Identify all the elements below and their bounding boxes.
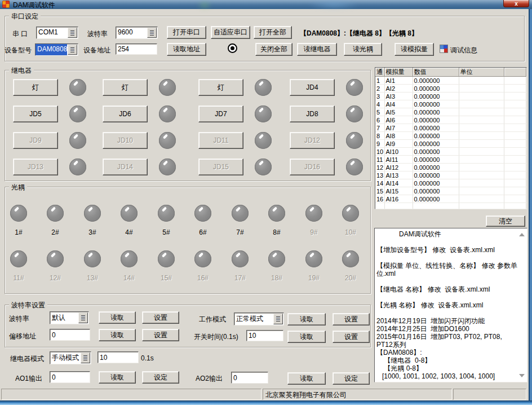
switch-time-read-button[interactable]: 读取 — [287, 331, 326, 343]
adaptive-serial-button[interactable]: 自适应串口 — [211, 26, 250, 39]
relay-button[interactable]: JD7 — [198, 105, 243, 122]
cell-extra — [504, 116, 526, 124]
cell-channel: 13 — [375, 171, 384, 179]
clear-button[interactable]: 清空 — [486, 215, 525, 227]
address-input[interactable] — [116, 43, 157, 55]
open-all-button[interactable]: 打开全部 — [254, 26, 292, 39]
cell-extra — [504, 203, 526, 210]
baud-select[interactable]: 9600 — [116, 27, 158, 39]
col-analog[interactable]: 模拟量 — [384, 68, 413, 77]
cell-unit — [459, 124, 504, 132]
baud2-select[interactable]: 默认 — [50, 311, 89, 324]
read-relay-button[interactable]: 读继电器 — [297, 43, 337, 56]
scroll-down-icon[interactable] — [519, 374, 525, 377]
close-icon[interactable]: x — [503, 0, 529, 7]
scroll-up-icon[interactable] — [519, 233, 525, 236]
offset-set-button[interactable]: 设置 — [142, 329, 179, 341]
opto-led-indicator — [232, 250, 249, 267]
model-label: 设备型号 — [5, 46, 32, 55]
cell-value: 0.000000 — [413, 195, 459, 203]
status-panel-right — [453, 389, 526, 400]
work-mode-select[interactable]: 正常模式 — [234, 312, 284, 325]
table-row: 7 AI7 0.000000 — [375, 124, 526, 132]
cell-extra — [504, 124, 526, 132]
opto-led-indicator — [121, 250, 138, 267]
open-serial-button[interactable]: 打开串口 — [167, 26, 206, 39]
col-channel[interactable]: 通 — [375, 68, 384, 77]
read-address-button[interactable]: 读取地址 — [167, 43, 206, 56]
work-mode-set-button[interactable]: 设置 — [333, 313, 370, 325]
relay-led-indicator — [159, 159, 176, 175]
relay-button[interactable]: 灯 — [13, 79, 58, 96]
ao1-input[interactable] — [50, 371, 90, 383]
ao2-input[interactable] — [231, 372, 268, 384]
dropdown-icon[interactable] — [273, 314, 283, 324]
opto-label: 18# — [271, 274, 282, 282]
relay-button[interactable]: 灯 — [198, 79, 243, 96]
relay-item: JD9 — [13, 131, 87, 149]
info-textarea[interactable]: DAM调试软件 【增加设备型号】 修改 设备表.xml.xml 【模拟量 单位、… — [374, 228, 527, 382]
cell-value: 0.000000 — [413, 148, 459, 156]
port-select[interactable]: COM1 — [36, 27, 78, 39]
col-extra — [504, 68, 526, 77]
read-opto-button[interactable]: 读光耦 — [344, 43, 382, 56]
relay-item: 灯 — [13, 78, 87, 96]
opto-label: 4# — [125, 228, 132, 236]
ao1-set-button[interactable]: 设定 — [142, 371, 179, 384]
read-analog-button[interactable]: 读模拟量 — [394, 43, 434, 56]
relay-button[interactable]: JD4 — [290, 79, 335, 96]
relay-button: JD13 — [13, 159, 58, 175]
relay-led-indicator — [255, 132, 272, 149]
baud-set-button[interactable]: 设置 — [142, 311, 179, 324]
cell-unit — [459, 164, 504, 171]
cell-unit — [459, 140, 504, 148]
relay-item: JD6 — [103, 105, 177, 123]
dropdown-icon[interactable] — [68, 45, 77, 55]
cell-value: 0.000000 — [413, 108, 459, 116]
model-select[interactable]: DAM0808 — [35, 43, 78, 56]
work-mode-read-button[interactable]: 读取 — [287, 313, 326, 325]
relay-time-input[interactable] — [97, 351, 139, 363]
offset-input[interactable] — [50, 329, 90, 341]
model-value: DAM0808 — [36, 44, 67, 55]
col-value[interactable]: 数值 — [413, 68, 459, 77]
titlebar-glass-artifact — [307, 0, 361, 9]
ao2-set-button[interactable]: 设定 — [333, 372, 370, 385]
cell-unit — [459, 100, 504, 108]
relay-button[interactable]: JD8 — [290, 105, 335, 122]
cell-extra — [504, 179, 526, 187]
relay-item: JD16 — [290, 158, 364, 176]
ao1-read-button[interactable]: 读取 — [99, 371, 136, 384]
cell-analog: AI9 — [384, 140, 413, 148]
dropdown-icon[interactable] — [147, 28, 157, 38]
opto-item: 15# — [157, 250, 176, 282]
relay-led-indicator — [255, 79, 272, 96]
port-value: COM1 — [37, 27, 67, 38]
relay-group-title: 继电器 — [9, 66, 34, 76]
offset-read-button[interactable]: 读取 — [99, 329, 136, 341]
opto-led-indicator — [158, 250, 175, 267]
serial-group-title: 串口设定 — [9, 12, 41, 21]
cell-unit — [459, 93, 504, 100]
relay-button[interactable]: JD6 — [103, 105, 148, 122]
dropdown-icon[interactable] — [81, 353, 90, 363]
relay-button[interactable]: 灯 — [103, 79, 148, 96]
cell-channel: 8 — [375, 132, 384, 140]
cell-channel: 10 — [375, 148, 384, 156]
switch-time-set-button[interactable]: 设置 — [333, 331, 370, 343]
relay-led-indicator — [69, 79, 86, 96]
relay-button[interactable]: JD5 — [13, 105, 58, 122]
dropdown-icon[interactable] — [78, 312, 88, 323]
relay-button: JD16 — [290, 159, 335, 175]
baud-value: 9600 — [116, 27, 147, 38]
switch-time-input[interactable] — [246, 330, 283, 341]
opto-item: 13# — [83, 250, 102, 282]
dropdown-icon[interactable] — [68, 28, 77, 38]
col-unit[interactable]: 单位 — [459, 68, 504, 77]
close-all-button[interactable]: 关闭全部 — [255, 43, 292, 56]
debug-image-icon[interactable] — [440, 45, 448, 53]
relay-mode-value: 手动模式 — [50, 352, 80, 364]
ao2-read-button[interactable]: 读取 — [287, 372, 326, 385]
baud-read-button[interactable]: 读取 — [99, 311, 136, 324]
relay-mode-select[interactable]: 手动模式 — [50, 351, 91, 364]
